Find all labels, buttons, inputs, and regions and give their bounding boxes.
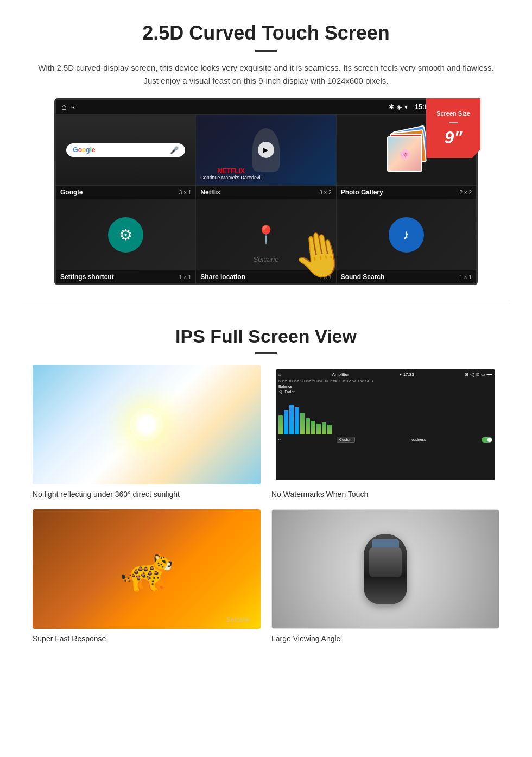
netflix-logo: NETFLIX — [200, 167, 261, 175]
netflix-scene: ▶ NETFLIX Continue Marvel's Daredevil — [196, 115, 335, 185]
google-cell-content: Google 🎤 — [56, 115, 195, 185]
seicane-watermark-2: Seicane — [226, 616, 250, 623]
amp-header: ⌂ Amplifier ▾ 17:33 ⊡ ◁) ⊠ ▭ ⟵ — [278, 372, 492, 377]
screen-size-value: 9" — [445, 129, 463, 146]
sound-label: Sound Search 1 × 1 — [337, 270, 476, 283]
curved-description: With 2.5D curved-display screen, this de… — [33, 61, 499, 87]
settings-cell[interactable]: ⚙ — [56, 199, 196, 270]
google-logo: Google — [73, 146, 95, 154]
cheetah-visual: 🐆 Seicane — [33, 509, 261, 629]
gallery-app-name: Photo Gallery — [341, 188, 383, 196]
sunlight-image — [33, 365, 261, 484]
amplifier-image: ⌂ Amplifier ▾ 17:33 ⊡ ◁) ⊠ ▭ ⟵ 60hz100hz… — [271, 365, 499, 484]
car-visual — [271, 509, 499, 629]
sunlight-caption: No light reflecting under 360° direct su… — [33, 490, 261, 499]
amp-bar-7 — [311, 421, 315, 434]
seicane-watermark-1: Seicane — [254, 255, 279, 263]
amp-bar-6 — [306, 418, 310, 434]
netflix-cell-content: ▶ NETFLIX Continue Marvel's Daredevil — [196, 115, 335, 185]
fast-response-caption: Super Fast Response — [33, 634, 261, 643]
amp-arrows: ‹‹ — [278, 438, 281, 441]
feature-fast-response: 🐆 Seicane Super Fast Response — [33, 509, 261, 643]
amp-freq-labels: 60hz100hz200hz500hz1k2.5k10k12.5k15kSUB — [278, 379, 492, 383]
maps-icon: 📍 — [255, 224, 277, 245]
amp-footer: ‹‹ Custom loudness — [278, 437, 492, 443]
app-row-1: Google 🎤 ▶ — [56, 114, 476, 185]
google-app-name: Google — [60, 188, 83, 196]
netflix-grid-size: 3 × 2 — [319, 190, 332, 195]
amp-toggle-dot — [487, 438, 492, 442]
google-label: Google 3 × 1 — [56, 186, 196, 199]
ips-section: IPS Full Screen View No light reflecting… — [0, 304, 532, 659]
car-image — [271, 509, 499, 629]
netflix-label: Netflix 3 × 2 — [196, 186, 336, 199]
netflix-subtitle: Continue Marvel's Daredevil — [200, 175, 261, 181]
feature-grid: No light reflecting under 360° direct su… — [33, 365, 499, 643]
sound-grid-size: 1 × 1 — [459, 274, 472, 280]
status-bar: ⌂ ⌁ ✱ ◈ ▾ 15:06 ⊡ ◁) ⊠ ▭ — [56, 100, 476, 114]
netflix-cell[interactable]: ▶ NETFLIX Continue Marvel's Daredevil — [196, 115, 336, 185]
google-grid-size: 3 × 1 — [179, 190, 192, 195]
sound-search-cell[interactable]: ♪ — [337, 199, 476, 270]
amp-bar-9 — [322, 422, 326, 434]
amp-custom-button[interactable]: Custom — [337, 437, 355, 443]
photo-stack: 🌸 — [384, 128, 428, 172]
title-divider — [255, 50, 277, 52]
amp-toggle[interactable] — [482, 437, 492, 443]
google-bg: Google 🎤 — [56, 115, 195, 185]
amp-bar-2 — [284, 410, 288, 434]
amp-wifi-icon: ▾ 17:33 — [400, 372, 414, 377]
amp-eq-bars — [278, 396, 492, 434]
amp-bar-4 — [295, 407, 299, 434]
settings-app-name: Settings shortcut — [60, 273, 114, 281]
bluetooth-icon: ✱ — [389, 103, 394, 111]
watermarks-caption: No Watermarks When Touch — [271, 490, 499, 499]
curved-title: 2.5D Curved Touch Screen — [33, 22, 499, 45]
sound-icon-circle: ♪ — [389, 217, 424, 253]
wifi-icon: ▾ — [404, 103, 408, 111]
settings-icon-circle: ⚙ — [108, 217, 143, 253]
viewing-angle-caption: Large Viewing Angle — [271, 634, 499, 643]
screen-size-dash: — — [449, 118, 458, 128]
gallery-grid-size: 2 × 2 — [459, 190, 472, 195]
amp-screen: ⌂ Amplifier ▾ 17:33 ⊡ ◁) ⊠ ▭ ⟵ 60hz100hz… — [276, 369, 495, 480]
feature-viewing-angle: Large Viewing Angle — [271, 509, 499, 643]
amp-bar-8 — [316, 424, 321, 434]
settings-grid-size: 1 × 1 — [179, 274, 192, 280]
car-body — [364, 534, 407, 604]
microphone-icon: 🎤 — [170, 146, 179, 154]
app-labels-row-1: Google 3 × 1 Netflix 3 × 2 Photo Gallery… — [56, 185, 476, 199]
google-search-bar[interactable]: Google 🎤 — [66, 143, 185, 157]
gallery-label: Photo Gallery 2 × 2 — [337, 186, 476, 199]
sound-bg: ♪ — [337, 199, 476, 270]
settings-label: Settings shortcut 1 × 1 — [56, 270, 196, 283]
netflix-bg: ▶ NETFLIX Continue Marvel's Daredevil — [196, 115, 335, 185]
amp-bar-1 — [278, 415, 283, 434]
amp-controls: ⊡ ◁) ⊠ ▭ ⟵ — [465, 372, 492, 377]
device-mockup: Screen Size — 9" ⌂ ⌁ ✱ ◈ ▾ 15:06 ⊡ ◁) ⊠ … — [54, 98, 478, 285]
location-icon: ◈ — [397, 103, 402, 111]
netflix-badge: NETFLIX Continue Marvel's Daredevil — [200, 167, 261, 181]
amp-home-icon: ⌂ — [278, 372, 281, 377]
ips-title-divider — [255, 352, 277, 354]
screen-size-label: Screen Size — [436, 110, 470, 117]
photo-card-main: 🌸 — [387, 136, 422, 172]
sunlight-visual — [33, 365, 261, 484]
settings-cell-content: ⚙ — [56, 199, 195, 270]
google-cell[interactable]: Google 🎤 — [56, 115, 196, 185]
car-roof — [369, 547, 402, 577]
feature-sunlight: No light reflecting under 360° direct su… — [33, 365, 261, 499]
settings-bg: ⚙ — [56, 199, 195, 270]
amp-bar-3 — [289, 405, 294, 434]
amp-fader-row: ◁) Fader — [278, 389, 492, 394]
amp-visual: ⌂ Amplifier ▾ 17:33 ⊡ ◁) ⊠ ▭ ⟵ 60hz100hz… — [271, 365, 499, 484]
netflix-app-name: Netflix — [200, 188, 220, 196]
cheetah-icon: 🐆 — [119, 544, 174, 595]
amp-title: Amplifier — [332, 372, 349, 377]
share-app-name: Share location — [200, 273, 245, 281]
usb-icon: ⌁ — [71, 103, 75, 111]
feature-watermarks: ⌂ Amplifier ▾ 17:33 ⊡ ◁) ⊠ ▭ ⟵ 60hz100hz… — [271, 365, 499, 499]
cheetah-image: 🐆 Seicane — [33, 509, 261, 629]
play-button[interactable]: ▶ — [258, 142, 274, 158]
sound-search-content: ♪ — [337, 199, 476, 270]
